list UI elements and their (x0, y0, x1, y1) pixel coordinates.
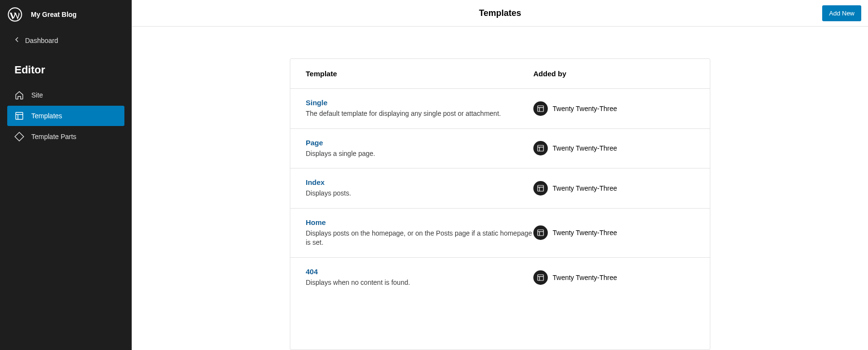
added-by-cell: Twenty Twenty-Three (533, 270, 694, 285)
sidebar-item-label: Site (31, 91, 43, 99)
column-header-template: Template (306, 70, 533, 78)
template-name-link[interactable]: Single (306, 98, 327, 107)
sidebar-item-label: Templates (31, 112, 62, 120)
svg-rect-5 (538, 106, 543, 112)
svg-rect-11 (538, 185, 543, 191)
chevron-left-icon (13, 35, 21, 46)
svg-rect-1 (16, 112, 23, 120)
theme-name: Twenty Twenty-Three (553, 229, 617, 237)
content-area: Template Added by SingleThe default temp… (132, 27, 868, 350)
theme-icon (533, 141, 548, 155)
added-by-cell: Twenty Twenty-Three (533, 225, 694, 240)
page-title: Templates (479, 8, 521, 18)
template-description: Displays posts on the homepage, or on th… (306, 229, 533, 248)
template-cell: IndexDisplays posts. (306, 178, 533, 198)
sidebar-nav: Site Templates Template Parts (0, 85, 132, 147)
site-title[interactable]: My Great Blog (31, 11, 77, 18)
template-description: Displays posts. (306, 189, 533, 198)
svg-rect-17 (538, 275, 543, 280)
add-new-button[interactable]: Add New (822, 5, 861, 21)
topbar: Templates Add New (132, 0, 868, 27)
template-cell: SingleThe default template for displayin… (306, 98, 533, 119)
theme-icon (533, 181, 548, 196)
template-description: Displays a single page. (306, 149, 533, 159)
svg-rect-4 (15, 132, 24, 141)
theme-name: Twenty Twenty-Three (553, 144, 617, 152)
sidebar-item-label: Template Parts (31, 133, 76, 140)
template-name-link[interactable]: Page (306, 139, 323, 147)
layout-icon (14, 111, 25, 121)
back-to-dashboard-link[interactable]: Dashboard (0, 29, 132, 52)
theme-name: Twenty Twenty-Three (553, 274, 617, 281)
table-row: HomeDisplays posts on the homepage, or o… (290, 208, 710, 257)
sidebar-header: My Great Blog (0, 0, 132, 29)
templates-table: Template Added by SingleThe default temp… (290, 58, 710, 350)
wordpress-logo-icon[interactable] (8, 7, 22, 22)
template-name-link[interactable]: Index (306, 178, 325, 186)
template-cell: 404Displays when no content is found. (306, 267, 533, 288)
sidebar-item-site[interactable]: Site (7, 85, 124, 105)
svg-rect-8 (538, 145, 543, 151)
sidebar-item-template-parts[interactable]: Template Parts (7, 126, 124, 147)
theme-name: Twenty Twenty-Three (553, 184, 617, 192)
sidebar-item-templates[interactable]: Templates (7, 106, 124, 126)
template-cell: HomeDisplays posts on the homepage, or o… (306, 218, 533, 248)
home-icon (14, 90, 25, 100)
added-by-cell: Twenty Twenty-Three (533, 181, 694, 196)
theme-name: Twenty Twenty-Three (553, 105, 617, 112)
table-row: PageDisplays a single page.Twenty Twenty… (290, 128, 710, 168)
main: Templates Add New Template Added by Sing… (132, 0, 868, 350)
svg-rect-14 (538, 230, 543, 236)
table-row: IndexDisplays posts.Twenty Twenty-Three (290, 168, 710, 208)
added-by-cell: Twenty Twenty-Three (533, 101, 694, 116)
theme-icon (533, 270, 548, 285)
table-row: 404Displays when no content is found.Twe… (290, 257, 710, 297)
template-description: The default template for displaying any … (306, 109, 533, 119)
theme-icon (533, 225, 548, 240)
table-row: SingleThe default template for displayin… (290, 88, 710, 128)
added-by-cell: Twenty Twenty-Three (533, 141, 694, 155)
template-name-link[interactable]: 404 (306, 267, 318, 276)
template-description: Displays when no content is found. (306, 278, 533, 288)
template-name-link[interactable]: Home (306, 218, 326, 226)
template-cell: PageDisplays a single page. (306, 139, 533, 159)
template-parts-icon (14, 131, 25, 142)
sidebar: My Great Blog Dashboard Editor Site Temp… (0, 0, 132, 350)
theme-icon (533, 101, 548, 116)
back-label: Dashboard (25, 37, 58, 44)
table-header: Template Added by (290, 59, 710, 88)
column-header-added-by: Added by (533, 70, 694, 78)
sidebar-section-title: Editor (0, 52, 132, 85)
